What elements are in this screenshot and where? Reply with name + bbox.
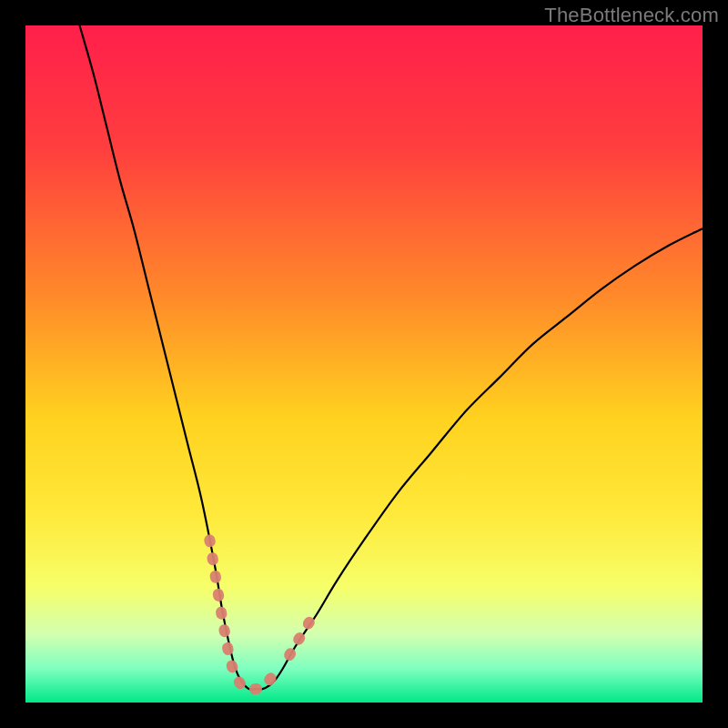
highlight-group xyxy=(209,540,317,689)
chart-svg xyxy=(25,25,703,703)
bottleneck-curve xyxy=(80,25,703,690)
highlight-left-valley xyxy=(209,540,272,689)
watermark-label: TheBottleneck.com xyxy=(544,4,719,27)
chart-frame: TheBottleneck.com xyxy=(0,0,728,728)
